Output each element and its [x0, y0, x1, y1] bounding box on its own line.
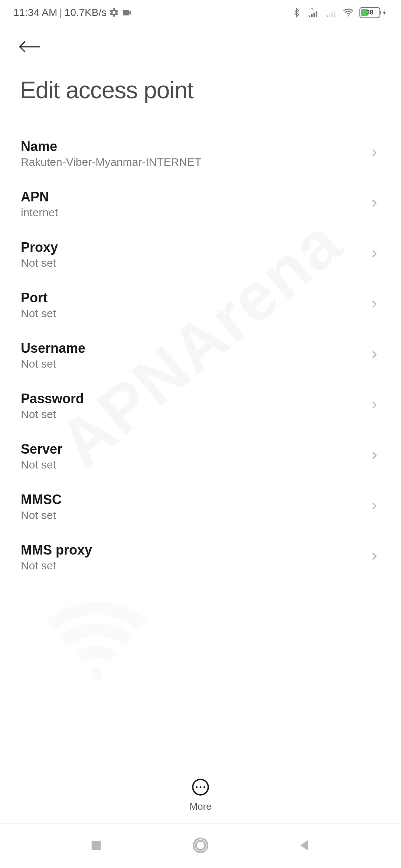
setting-value: internet	[21, 206, 58, 219]
status-time: 11:34 AM	[13, 7, 57, 19]
svg-rect-5	[316, 11, 317, 17]
chevron-right-icon	[369, 499, 379, 514]
chevron-right-icon	[369, 146, 379, 161]
svg-rect-17	[91, 841, 101, 850]
setting-value: Not set	[21, 307, 56, 320]
status-left: 11:34 AM | 10.7KB/s	[13, 7, 133, 19]
svg-point-11	[348, 15, 349, 17]
bluetooth-icon	[292, 7, 301, 18]
svg-point-15	[200, 786, 202, 788]
setting-label: Proxy	[21, 240, 58, 255]
setting-value: Not set	[21, 458, 62, 471]
setting-name[interactable]: Name Rakuten-Viber-Myanmar-INTERNET	[0, 128, 401, 179]
svg-rect-6	[327, 16, 328, 17]
more-button[interactable]: More	[0, 778, 401, 812]
nav-back-button[interactable]	[297, 838, 313, 855]
status-separator: |	[59, 7, 62, 19]
status-bar: 11:34 AM | 10.7KB/s 4G ×	[0, 0, 401, 24]
signal-4g-icon: 4G	[307, 7, 319, 18]
settings-list: Name Rakuten-Viber-Myanmar-INTERNET APN …	[0, 111, 401, 582]
setting-apn[interactable]: APN internet	[0, 179, 401, 229]
setting-label: APN	[21, 189, 58, 205]
nav-home-button[interactable]	[191, 836, 210, 856]
chevron-right-icon	[369, 196, 379, 212]
more-label: More	[189, 801, 211, 812]
svg-rect-3	[311, 14, 313, 17]
setting-server[interactable]: Server Not set	[0, 431, 401, 481]
nav-recents-button[interactable]	[88, 838, 104, 855]
signal-no-sim-icon: ×	[325, 7, 337, 18]
setting-label: MMSC	[21, 492, 62, 507]
setting-value: Not set	[21, 358, 85, 370]
navigation-bar	[0, 823, 401, 868]
page-title: Edit access point	[0, 60, 401, 111]
battery-percent: 38	[360, 9, 379, 16]
setting-proxy[interactable]: Proxy Not set	[0, 229, 401, 280]
svg-text:×: ×	[334, 14, 336, 18]
svg-rect-4	[313, 13, 315, 17]
wifi-icon	[342, 7, 354, 18]
svg-point-14	[196, 786, 198, 788]
setting-label: MMS proxy	[21, 542, 92, 558]
svg-point-19	[196, 841, 205, 850]
setting-label: Password	[21, 391, 84, 407]
chevron-right-icon	[369, 297, 379, 313]
more-icon	[191, 778, 210, 798]
setting-value: Not set	[21, 257, 58, 269]
chevron-right-icon	[369, 247, 379, 262]
setting-value: Not set	[21, 509, 62, 522]
svg-rect-8	[331, 13, 333, 17]
svg-rect-7	[329, 14, 330, 17]
chevron-right-icon	[369, 398, 379, 414]
battery-indicator: 38	[359, 7, 388, 18]
chevron-right-icon	[369, 348, 379, 363]
chevron-right-icon	[369, 549, 379, 565]
svg-text:4G: 4G	[309, 7, 313, 11]
camera-icon	[121, 7, 133, 18]
setting-label: Name	[21, 139, 201, 154]
setting-password[interactable]: Password Not set	[0, 381, 401, 431]
status-right: 4G × 38	[292, 7, 388, 18]
charging-icon	[381, 7, 388, 18]
chevron-right-icon	[369, 448, 379, 464]
setting-username[interactable]: Username Not set	[0, 330, 401, 381]
svg-point-16	[203, 786, 205, 788]
status-speed: 10.7KB/s	[65, 7, 107, 19]
setting-value: Not set	[21, 559, 92, 572]
back-button[interactable]	[18, 50, 42, 56]
setting-label: Server	[21, 441, 62, 457]
setting-value: Not set	[21, 408, 84, 421]
setting-mms-proxy[interactable]: MMS proxy Not set	[0, 532, 401, 582]
setting-mmsc[interactable]: MMSC Not set	[0, 481, 401, 532]
svg-rect-2	[309, 16, 310, 17]
gear-icon	[109, 7, 119, 18]
setting-label: Port	[21, 290, 56, 306]
setting-value: Rakuten-Viber-Myanmar-INTERNET	[21, 156, 201, 168]
setting-label: Username	[21, 341, 85, 356]
setting-port[interactable]: Port Not set	[0, 280, 401, 330]
